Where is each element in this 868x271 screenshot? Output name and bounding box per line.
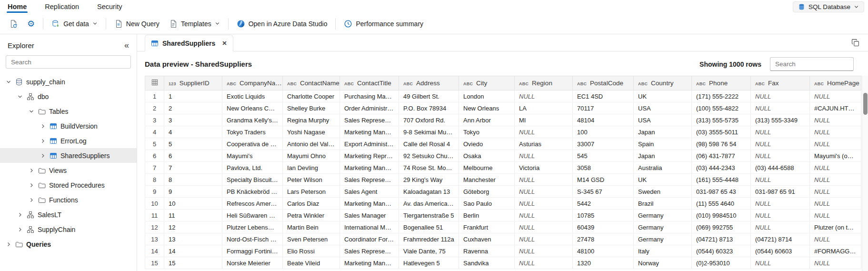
refresh-button[interactable] — [5, 16, 22, 31]
table-cell[interactable]: Yoshi Nagase — [283, 126, 340, 138]
table-cell[interactable]: International Mar… — [340, 221, 399, 233]
table-cell[interactable]: (03) 444-2343 — [692, 162, 751, 174]
table-cell[interactable]: Plutzer (on the W… — [810, 221, 861, 233]
table-cell[interactable]: NULL — [751, 198, 810, 210]
chevron-right-icon[interactable] — [4, 241, 13, 247]
column-header-city[interactable]: ABCCity — [459, 76, 515, 90]
table-cell[interactable]: 70117 — [573, 102, 634, 114]
table-cell[interactable]: New Orleans — [459, 102, 515, 114]
table-cell[interactable]: Oviedo — [459, 138, 515, 150]
table-cell[interactable]: (161) 555-4448 — [692, 174, 751, 186]
table-cell[interactable]: USA — [634, 114, 692, 126]
tree-item-dbo[interactable]: dbo — [0, 89, 137, 104]
table-cell[interactable]: NULL — [810, 138, 861, 150]
chevron-right-icon[interactable] — [15, 227, 25, 232]
table-cell[interactable]: 7 — [164, 162, 222, 174]
table-cell[interactable]: M14 GSD — [573, 174, 634, 186]
table-cell[interactable]: NULL — [751, 210, 810, 221]
table-cell[interactable]: NULL — [515, 186, 573, 198]
table-cell[interactable]: NULL — [810, 233, 861, 245]
table-cell[interactable]: USA — [634, 102, 692, 114]
table-cell[interactable]: 1 — [164, 90, 222, 102]
table-cell[interactable]: Exotic Liquids — [222, 90, 283, 102]
close-icon[interactable]: ✕ — [222, 40, 227, 47]
table-cell[interactable]: Antonio del Valle … — [283, 138, 340, 150]
scrollbar-thumb[interactable] — [863, 93, 868, 115]
menu-item-home[interactable]: Home — [7, 1, 28, 12]
tree-item-functions[interactable]: Functions — [0, 192, 137, 207]
table-cell[interactable]: Göteborg — [459, 186, 515, 198]
table-cell[interactable]: NULL — [810, 186, 861, 198]
table-cell[interactable]: NULL — [515, 245, 573, 257]
row-number[interactable]: 4 — [145, 126, 164, 138]
table-cell[interactable]: (0544) 60323 — [692, 245, 751, 257]
table-cell[interactable]: Purchasing Mana… — [340, 90, 399, 102]
table-cell[interactable]: Kaloadagatan 13 — [399, 186, 459, 198]
chevron-right-icon[interactable] — [27, 197, 36, 203]
table-cell[interactable]: 10785 — [573, 210, 634, 221]
sql-database-button[interactable]: SQL Database — [793, 1, 864, 12]
table-cell[interactable]: Shelley Burke — [283, 102, 340, 114]
table-cell[interactable]: 27478 — [573, 233, 634, 245]
table-cell[interactable]: NULL — [810, 174, 861, 186]
table-cell[interactable]: NULL — [515, 198, 573, 210]
table-cell[interactable]: (98) 598 76 54 — [692, 138, 751, 150]
table-cell[interactable]: 9 — [164, 186, 222, 198]
table-cell[interactable]: Pavlova, Ltd. — [222, 162, 283, 174]
table-cell[interactable]: (06) 431-7877 — [692, 150, 751, 162]
table-cell[interactable]: NULL — [751, 90, 810, 102]
table-cell[interactable]: NULL — [515, 150, 573, 162]
table-cell[interactable]: MI — [515, 114, 573, 126]
column-header-companyna[interactable]: ABCCompanyNa… — [222, 76, 283, 90]
table-cell[interactable]: 10 — [164, 198, 222, 210]
templates-button[interactable]: Templates — [165, 16, 224, 31]
table-cell[interactable]: Nord-Ost-Fisch H… — [222, 233, 283, 245]
column-header-region[interactable]: ABCRegion — [515, 76, 573, 90]
vertical-scrollbar[interactable] — [862, 76, 868, 271]
column-header-homepage[interactable]: ABCHomePage — [810, 76, 861, 90]
get-data-button[interactable]: Get data — [47, 16, 102, 31]
table-cell[interactable]: Tokyo Traders — [222, 126, 283, 138]
table-cell[interactable]: Frahmredder 112a — [399, 233, 459, 245]
table-cell[interactable]: Peter Wilson — [283, 174, 340, 186]
table-cell[interactable]: UK — [634, 174, 692, 186]
table-cell[interactable]: #CAJUN.HTM# — [810, 102, 861, 114]
table-cell[interactable]: (11) 555 4640 — [692, 198, 751, 210]
table-cell[interactable]: Lars Peterson — [283, 186, 340, 198]
table-cell[interactable]: NULL — [810, 126, 861, 138]
row-number[interactable]: 10 — [145, 198, 164, 210]
table-cell[interactable]: 9-8 Sekimai Musa… — [399, 126, 459, 138]
table-cell[interactable]: Mayumi's — [222, 150, 283, 162]
table-cell[interactable]: Refrescos Americ… — [222, 198, 283, 210]
row-number[interactable]: 6 — [145, 150, 164, 162]
table-cell[interactable]: Manchester — [459, 174, 515, 186]
table-cell[interactable]: NULL — [515, 126, 573, 138]
table-cell[interactable]: Mayumi's (on the … — [810, 150, 861, 162]
table-cell[interactable]: Sales Representati… — [340, 245, 399, 257]
table-cell[interactable]: (313) 555-3349 — [751, 114, 810, 126]
table-cell[interactable]: (313) 555-5735 — [692, 114, 751, 126]
table-cell[interactable]: 3 — [164, 114, 222, 126]
column-header-phone[interactable]: ABCPhone — [692, 76, 751, 90]
table-cell[interactable]: NULL — [810, 257, 861, 269]
table-cell[interactable]: (03) 444-6588 — [751, 162, 810, 174]
table-cell[interactable]: NULL — [810, 114, 861, 126]
table-cell[interactable]: Cooperativa de Q… — [222, 138, 283, 150]
table-cell[interactable]: Order Administrat… — [340, 102, 399, 114]
table-search-input[interactable] — [770, 57, 854, 71]
table-cell[interactable]: Grandma Kelly's … — [222, 114, 283, 126]
table-cell[interactable]: Coordinator Forei… — [340, 233, 399, 245]
open-in-azure-data-studio-button[interactable]: Open in Azure Data Studio — [232, 16, 332, 31]
table-cell[interactable]: Norway — [634, 257, 692, 269]
tree-item-buildversion[interactable]: BuildVersion — [0, 119, 137, 133]
row-number[interactable]: 11 — [145, 210, 164, 221]
table-cell[interactable]: Berlin — [459, 210, 515, 221]
table-cell[interactable]: NULL — [515, 233, 573, 245]
table-cell[interactable]: Bogenallee 51 — [399, 221, 459, 233]
chevron-right-icon[interactable] — [38, 153, 48, 159]
table-cell[interactable]: Sales Representati… — [340, 114, 399, 126]
table-cell[interactable]: Specialty Biscuits, … — [222, 174, 283, 186]
table-cell[interactable]: London — [459, 90, 515, 102]
chevron-down-icon[interactable] — [27, 109, 36, 114]
table-cell[interactable]: Formaggi Fortini s… — [222, 245, 283, 257]
